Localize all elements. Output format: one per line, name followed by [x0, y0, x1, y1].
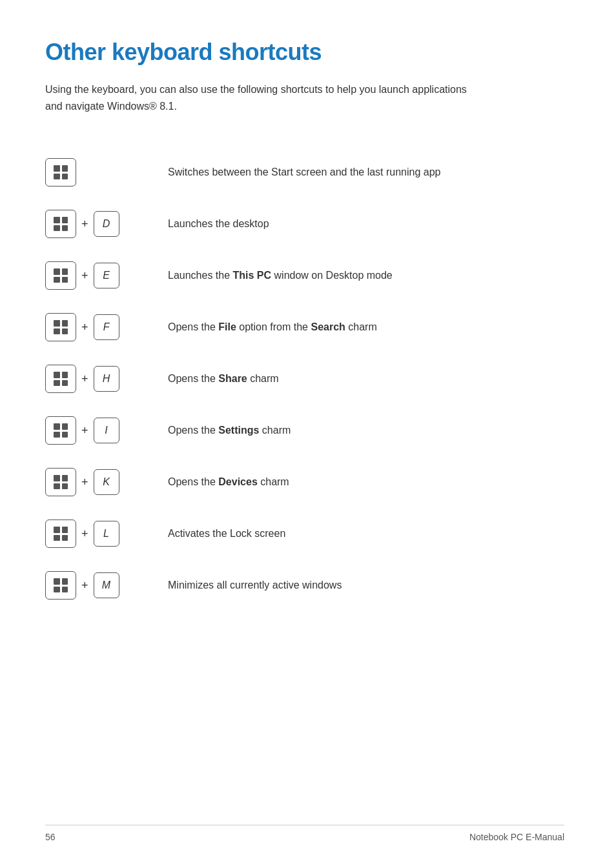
plus-sign: +	[81, 424, 88, 438]
shortcut-row-win-h: + H Opens the Share charm	[45, 353, 564, 405]
shortcut-row-win-i: + I Opens the Settings charm	[45, 405, 564, 456]
plus-sign: +	[81, 269, 88, 283]
plus-sign: +	[81, 217, 88, 231]
plus-sign: +	[81, 476, 88, 489]
page-title: Other keyboard shortcuts	[45, 39, 564, 66]
windows-icon	[54, 217, 68, 231]
key-combo-win-d: + D	[45, 210, 149, 238]
win-key	[45, 520, 76, 548]
shortcut-description-win-m: Minimizes all currently active windows	[168, 578, 564, 593]
key-combo-win	[45, 158, 149, 187]
key-combo-win-h: + H	[45, 365, 149, 393]
shortcut-row-win-e: + E Launches the This PC window on Deskt…	[45, 250, 564, 301]
plus-sign: +	[81, 527, 88, 541]
letter-key-l: L	[94, 521, 119, 547]
windows-icon	[54, 527, 68, 541]
shortcut-description-win-f: Opens the File option from the Search ch…	[168, 319, 564, 335]
key-combo-win-k: + K	[45, 468, 149, 496]
letter-key-h: H	[94, 366, 119, 392]
shortcut-description-win-l: Activates the Lock screen	[168, 526, 564, 541]
key-combo-win-e: + E	[45, 261, 149, 290]
plus-sign: +	[81, 321, 88, 334]
footer: 56 Notebook PC E-Manual	[45, 825, 564, 842]
letter-key-m: M	[94, 572, 119, 598]
win-key	[45, 210, 76, 238]
shortcuts-list: Switches between the Start screen and th…	[45, 146, 564, 611]
windows-icon	[54, 578, 68, 592]
letter-key-d: D	[94, 211, 119, 237]
shortcut-description-win-i: Opens the Settings charm	[168, 423, 564, 438]
shortcut-row-win-m: + M Minimizes all currently active windo…	[45, 560, 564, 611]
win-key	[45, 261, 76, 290]
footer-document-title: Notebook PC E-Manual	[469, 832, 564, 842]
shortcut-description-win: Switches between the Start screen and th…	[168, 165, 564, 180]
plus-sign: +	[81, 579, 88, 592]
key-combo-win-m: + M	[45, 571, 149, 600]
win-key	[45, 416, 76, 445]
shortcut-description-win-d: Launches the desktop	[168, 216, 564, 232]
win-key	[45, 571, 76, 600]
windows-icon	[54, 268, 68, 283]
shortcut-row-win-k: + K Opens the Devices charm	[45, 456, 564, 508]
plus-sign: +	[81, 372, 88, 386]
shortcut-row-win-f: + F Opens the File option from the Searc…	[45, 301, 564, 353]
shortcut-row-win-d: + D Launches the desktop	[45, 198, 564, 250]
win-key	[45, 313, 76, 341]
shortcut-description-win-k: Opens the Devices charm	[168, 474, 564, 490]
win-key	[45, 158, 76, 187]
letter-key-k: K	[94, 469, 119, 495]
letter-key-i: I	[94, 418, 119, 443]
shortcut-description-win-e: Launches the This PC window on Desktop m…	[168, 268, 564, 283]
shortcut-row-win: Switches between the Start screen and th…	[45, 146, 564, 198]
windows-icon	[54, 475, 68, 489]
windows-icon	[54, 423, 68, 438]
key-combo-win-i: + I	[45, 416, 149, 445]
intro-text: Using the keyboard, you can also use the…	[45, 81, 484, 114]
letter-key-e: E	[94, 263, 119, 288]
letter-key-f: F	[94, 314, 119, 340]
win-key	[45, 468, 76, 496]
key-combo-win-l: + L	[45, 520, 149, 548]
shortcut-description-win-h: Opens the Share charm	[168, 371, 564, 387]
windows-icon	[54, 372, 68, 386]
windows-icon	[54, 165, 68, 179]
footer-page-number: 56	[45, 832, 56, 842]
win-key	[45, 365, 76, 393]
key-combo-win-f: + F	[45, 313, 149, 341]
shortcut-row-win-l: + L Activates the Lock screen	[45, 508, 564, 560]
windows-icon	[54, 320, 68, 334]
